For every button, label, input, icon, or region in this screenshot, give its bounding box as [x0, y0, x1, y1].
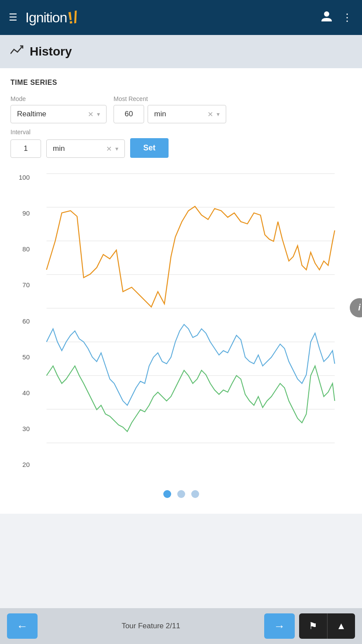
info-button[interactable]: i — [350, 298, 362, 317]
pagination-dots — [10, 481, 352, 505]
flag-button[interactable]: ⚑ — [299, 613, 327, 639]
y-label-100: 100 — [19, 174, 30, 181]
y-label-40: 40 — [22, 389, 30, 397]
app-header: ☰ Ignition !/ ⋮ — [0, 0, 362, 35]
mode-label: Mode — [10, 95, 107, 102]
interval-label: Interval — [10, 129, 169, 136]
prev-icon: ← — [17, 620, 28, 633]
interval-unit-chevron-icon[interactable]: ▾ — [115, 145, 118, 152]
up-icon: ▲ — [337, 620, 346, 632]
scroll-up-button[interactable]: ▲ — [327, 613, 355, 639]
chart-svg — [34, 169, 347, 475]
y-label-30: 30 — [22, 425, 30, 432]
y-label-60: 60 — [22, 317, 30, 325]
interval-number[interactable]: 1 — [10, 139, 41, 158]
next-icon: → — [274, 620, 285, 633]
user-icon[interactable] — [320, 10, 333, 26]
section-title: TIME SERIES — [10, 79, 352, 87]
prev-button[interactable]: ← — [7, 613, 38, 639]
most-recent-inputs: 60 min ✕ ▾ — [114, 105, 226, 123]
set-button[interactable]: Set — [130, 138, 169, 158]
extra-buttons: ⚑ ▲ — [299, 613, 355, 639]
tour-text: Tour Feature 2/11 — [121, 622, 180, 630]
next-button[interactable]: → — [264, 613, 295, 639]
most-recent-label: Most Recent — [114, 95, 226, 102]
logo: Ignition !/ — [25, 8, 78, 27]
interval-unit-select[interactable]: min ✕ ▾ — [46, 139, 125, 158]
interval-row: Interval 1 min ✕ ▾ Set — [10, 129, 352, 158]
y-label-50: 50 — [22, 353, 30, 361]
pagination-dot-3[interactable] — [191, 490, 199, 498]
chart-svg-area: i — [34, 169, 347, 477]
y-label-90: 90 — [22, 209, 30, 217]
hamburger-icon[interactable]: ☰ — [9, 12, 17, 23]
header-left: ☰ Ignition !/ — [9, 8, 78, 27]
orange-series — [47, 206, 335, 307]
mode-clear-icon[interactable]: ✕ — [88, 110, 93, 118]
unit-clear-icon[interactable]: ✕ — [207, 110, 213, 118]
history-bar: History — [0, 35, 362, 68]
mode-chevron-icon[interactable]: ▾ — [97, 111, 100, 118]
unit-chevron-icon[interactable]: ▾ — [217, 111, 220, 118]
most-recent-unit-select[interactable]: min ✕ ▾ — [148, 105, 226, 123]
y-label-80: 80 — [22, 245, 30, 253]
mode-select[interactable]: Realtime ✕ ▾ — [10, 105, 107, 123]
history-title: History — [30, 45, 72, 59]
blue-series — [47, 324, 335, 405]
pagination-dot-2[interactable] — [177, 490, 185, 498]
bottom-bar: ← Tour Feature 2/11 → ⚑ ▲ — [0, 608, 362, 644]
y-label-20: 20 — [22, 461, 30, 468]
logo-text: Ignition — [25, 10, 67, 26]
mode-row: Mode Realtime ✕ ▾ Most Recent 60 min ✕ ▾ — [10, 95, 352, 123]
info-icon: i — [358, 303, 361, 313]
right-controls: → ⚑ ▲ — [264, 613, 355, 639]
chart-container: 100 90 80 70 60 50 40 30 20 — [10, 165, 352, 481]
y-label-70: 70 — [22, 281, 30, 289]
svg-point-0 — [324, 11, 329, 17]
pagination-dot-1[interactable] — [163, 490, 171, 498]
logo-exclaim: !/ — [66, 7, 79, 28]
main-content: TIME SERIES Mode Realtime ✕ ▾ Most Recen… — [0, 68, 362, 514]
interval-unit-clear-icon[interactable]: ✕ — [106, 145, 112, 153]
interval-group: Interval 1 min ✕ ▾ Set — [10, 129, 169, 158]
y-axis: 100 90 80 70 60 50 40 30 20 — [10, 169, 34, 477]
chart-wrap: 100 90 80 70 60 50 40 30 20 — [10, 169, 347, 477]
most-recent-group: Most Recent 60 min ✕ ▾ — [114, 95, 226, 123]
interval-inputs: 1 min ✕ ▾ Set — [10, 138, 169, 158]
most-recent-unit-value: min — [154, 110, 204, 118]
flag-icon: ⚑ — [309, 620, 317, 632]
mode-group: Mode Realtime ✕ ▾ — [10, 95, 107, 123]
trend-icon — [10, 45, 24, 59]
interval-unit-value: min — [53, 144, 103, 153]
mode-value: Realtime — [17, 110, 84, 118]
header-right: ⋮ — [320, 10, 353, 26]
controls: Mode Realtime ✕ ▾ Most Recent 60 min ✕ ▾ — [10, 95, 352, 158]
more-options-icon[interactable]: ⋮ — [342, 11, 353, 24]
most-recent-number[interactable]: 60 — [114, 105, 144, 123]
